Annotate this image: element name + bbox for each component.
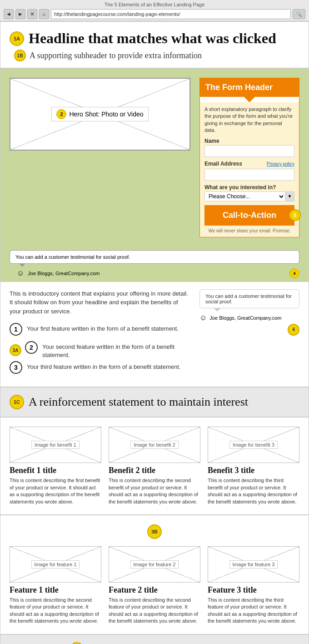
form-interest-select[interactable]: Please Choose... Option 1 Option 2 Optio… bbox=[205, 192, 285, 201]
features-grid: Image for feature 1 Feature 1 title This… bbox=[10, 546, 299, 625]
form-select-wrap: Please Choose... Option 1 Option 2 Optio… bbox=[204, 191, 294, 201]
testimonial-badge-right: 4 bbox=[288, 324, 299, 336]
benefit-desc-3: This is content describing the third ben… bbox=[208, 477, 299, 505]
feature-card-2: Image for feature 2 Feature 2 title This… bbox=[109, 546, 200, 625]
benefit-desc-2: This is content describing the second be… bbox=[109, 477, 200, 505]
badge-3a: 3A bbox=[10, 344, 21, 356]
feature-desc-3: This is content describing the third fea… bbox=[208, 597, 299, 625]
hero-left: 2 Hero Shot: Photo or Video bbox=[10, 78, 190, 151]
cta-button[interactable]: Call-to-Action 5 bbox=[204, 205, 294, 226]
feature-title-2: Feature 2 title bbox=[109, 585, 200, 595]
smiley-icon-right: ☺ bbox=[199, 314, 207, 322]
hero-badge: 2 bbox=[56, 109, 66, 119]
hero-label-text: Hero Shot: Photo or Video bbox=[69, 111, 143, 118]
content-left: This is introductory content that explai… bbox=[10, 289, 190, 380]
feature-desc-2: This is content describing the second fe… bbox=[109, 597, 200, 625]
feature-number-1: 1 bbox=[10, 323, 22, 336]
content-section: This is introductory content that explai… bbox=[0, 282, 309, 388]
benefit-desc-1: This is content describing the first ben… bbox=[10, 477, 101, 505]
subheader-text: A supporting subheader to provide extra … bbox=[30, 51, 202, 60]
form-body: A short explanatory paragraph to clarify… bbox=[200, 102, 299, 237]
intro-text: This is introductory content that explai… bbox=[10, 289, 190, 316]
feature-item-1: 1 Your first feature written in the form… bbox=[10, 323, 190, 336]
testimonial-text-top: You can add a customer testimonial for s… bbox=[15, 254, 130, 260]
form-container: The Form Header A short explanatory para… bbox=[199, 78, 299, 237]
browser-chrome: The 5 Elements of an Effective Landing P… bbox=[0, 0, 309, 21]
testimonial-section-top: You can add a customer testimonial for s… bbox=[0, 247, 309, 282]
testimonial-badge-right-wrap: 4 bbox=[199, 324, 299, 336]
testimonial-bubble-top: You can add a customer testimonial for s… bbox=[10, 250, 299, 264]
hero-section: 2 Hero Shot: Photo or Video The Form Hea… bbox=[0, 69, 309, 247]
feature-image-label-1: Image for feature 1 bbox=[31, 560, 80, 569]
stop-button[interactable]: ✕ bbox=[27, 9, 37, 19]
feature-item-2: 2 Your second feature written in the for… bbox=[25, 341, 190, 359]
hero-label: 2 Hero Shot: Photo or Video bbox=[51, 107, 148, 121]
hero-right: The Form Header A short explanatory para… bbox=[199, 78, 299, 237]
feature-image-3: Image for feature 3 bbox=[208, 546, 299, 583]
testimonial-text-right: You can add a customer testimonial for s… bbox=[205, 293, 292, 304]
form-email-label: Email Address bbox=[204, 161, 242, 167]
form-email-label-row: Email Address Privacy policy bbox=[204, 161, 294, 168]
headline-row: 1A Headline that matches what was clicke… bbox=[10, 30, 299, 47]
form-triangle bbox=[244, 97, 255, 102]
benefit-title-3: Benefit 3 title bbox=[208, 466, 299, 475]
page-content: 1A Headline that matches what was clicke… bbox=[0, 21, 309, 644]
form-header: The Form Header bbox=[200, 78, 299, 97]
closing-section: 1D The closing argument statement bbox=[0, 635, 309, 644]
form-name-input[interactable] bbox=[204, 145, 294, 157]
feature-text-1: Your first feature written in the form o… bbox=[27, 323, 179, 333]
cta-label: Call-to-Action bbox=[223, 211, 276, 220]
closing-text: The closing argument statement bbox=[89, 643, 239, 644]
badge-1b: 1B bbox=[14, 50, 26, 61]
feature-title-1: Feature 1 title bbox=[10, 585, 101, 595]
reinforcement-text: A reinforcement statement to maintain in… bbox=[29, 395, 248, 409]
feature-number-2: 2 bbox=[25, 341, 38, 354]
subheader-row: 1B A supporting subheader to provide ext… bbox=[10, 50, 299, 61]
feature-card-3: Image for feature 3 Feature 3 title This… bbox=[208, 546, 299, 625]
reinforcement-section: 1C A reinforcement statement to maintain… bbox=[0, 387, 309, 418]
content-right: You can add a customer testimonial for s… bbox=[199, 289, 299, 380]
testimonial-badge-top: 4 bbox=[289, 268, 299, 278]
feature-number-3: 3 bbox=[10, 361, 22, 374]
cta-badge: 5 bbox=[289, 209, 301, 221]
benefit-item-2: Image for benefit 2 Benefit 2 title This… bbox=[109, 427, 200, 505]
feature-image-1: Image for feature 1 bbox=[10, 546, 101, 583]
benefit-image-label-1: Image for benefit 1 bbox=[31, 441, 80, 449]
benefit-title-1: Benefit 1 title bbox=[10, 466, 101, 475]
badge-1c: 1C bbox=[10, 395, 24, 409]
browser-title: The 5 Elements of an Effective Landing P… bbox=[4, 2, 305, 7]
testimonial-author-top: Joe Bloggs, GreatCompany.com bbox=[28, 271, 100, 276]
form-email-input[interactable] bbox=[204, 169, 294, 181]
benefit-image-label-2: Image for benefit 2 bbox=[130, 441, 179, 449]
home-button[interactable]: ⌂ bbox=[39, 9, 49, 19]
back-button[interactable]: ◄ bbox=[4, 9, 14, 19]
browser-toolbar: ◄ ► ✕ ⌂ 🔍 bbox=[4, 9, 305, 19]
form-name-label: Name bbox=[204, 138, 294, 144]
form-disclaimer: We will never share your email. Promise. bbox=[204, 228, 294, 233]
benefit-item-1: Image for benefit 1 Benefit 1 title This… bbox=[10, 427, 101, 505]
benefit-image-3: Image for benefit 3 bbox=[208, 427, 299, 463]
hero-image: 2 Hero Shot: Photo or Video bbox=[10, 78, 190, 151]
feature-image-2: Image for feature 2 bbox=[109, 546, 200, 583]
feature-item-3: 3 Your third feature written in the form… bbox=[10, 361, 190, 374]
testimonial-author-name-right: Joe Bloggs, GreatCompany.com bbox=[209, 315, 281, 321]
feature-title-3: Feature 3 title bbox=[208, 585, 299, 595]
feature-desc-1: This is content describing the second fe… bbox=[10, 597, 101, 625]
address-bar[interactable] bbox=[51, 9, 291, 19]
benefits-grid: Image for benefit 1 Benefit 1 title This… bbox=[10, 427, 299, 505]
privacy-link[interactable]: Privacy policy bbox=[267, 161, 294, 166]
benefit-title-2: Benefit 2 title bbox=[109, 466, 200, 475]
feature-item-2-wrapper: 3A 2 Your second feature written in the … bbox=[10, 341, 190, 359]
form-description: A short explanatory paragraph to clarify… bbox=[204, 106, 294, 134]
badge-1d: 1D bbox=[70, 642, 84, 644]
testimonial-author-row-top: ☺ Joe Bloggs, GreatCompany.com 4 bbox=[10, 268, 299, 278]
feature-text-3: Your third feature written in the form o… bbox=[27, 361, 180, 371]
benefits-section: Image for benefit 1 Benefit 1 title This… bbox=[0, 418, 309, 515]
badge-3b: 3B bbox=[147, 524, 162, 539]
testimonial-author-right: ☺ Joe Bloggs, GreatCompany.com bbox=[199, 314, 299, 322]
search-button[interactable]: 🔍 bbox=[293, 9, 305, 19]
main-headline: Headline that matches what was clicked bbox=[29, 30, 276, 47]
forward-button[interactable]: ► bbox=[15, 9, 25, 19]
benefit-item-3: Image for benefit 3 Benefit 3 title This… bbox=[208, 427, 299, 505]
features-section: 3B Image for feature 1 Feature 1 title T… bbox=[0, 515, 309, 635]
